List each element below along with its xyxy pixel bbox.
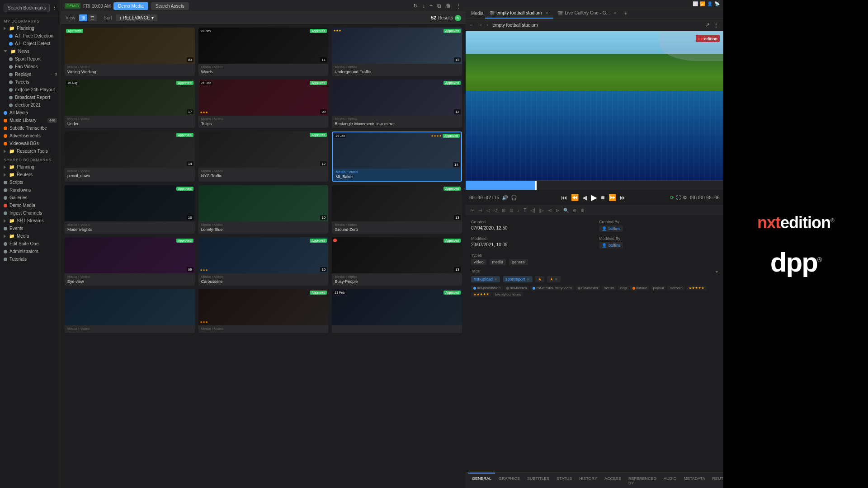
progress-bar[interactable] <box>466 181 723 190</box>
sidebar-item-galleries[interactable]: Galleries <box>0 194 61 202</box>
tool-in-button[interactable]: ◁| <box>529 207 537 214</box>
tool-loop-button[interactable]: ↺ <box>493 207 499 214</box>
sidebar-item-all-media[interactable]: All Media <box>0 109 61 117</box>
close-tab-icon[interactable]: ✕ <box>545 11 549 15</box>
close-tab-icon[interactable]: ✕ <box>613 11 617 15</box>
more-icon-btn[interactable]: ⋮ <box>455 2 462 10</box>
media-card-modem-lights[interactable]: Approved 10 Media › Video Modem-lights <box>65 185 195 234</box>
sidebar-item-news[interactable]: 📁 News <box>0 47 61 55</box>
sidebar-item-replays[interactable]: Replays › 3 <box>0 70 61 78</box>
tool-audio-button[interactable]: ♪ <box>516 207 521 214</box>
delete-icon-btn[interactable]: 🗑 <box>445 2 452 10</box>
tool-prev-button[interactable]: ⊲ <box>547 207 553 214</box>
headphone-icon-btn[interactable]: 🎧 <box>511 195 517 201</box>
tag-star1[interactable]: ★ <box>535 276 544 282</box>
sidebar-item-reuters[interactable]: 📁 Reuters <box>0 171 61 178</box>
nav-forward-button[interactable]: → <box>477 22 483 28</box>
media-card-under[interactable]: 15 Aug Approved 17 Media › Video Under <box>65 80 195 128</box>
sidebar-item-tweets[interactable]: Tweets <box>0 78 61 86</box>
download-icon-btn[interactable]: ↓ <box>421 2 426 10</box>
sidebar-item-videowall[interactable]: Videowall BGs <box>0 140 61 147</box>
sidebar-item-ai-object[interactable]: A.I. Object Detect <box>0 40 61 47</box>
tool-settings-button[interactable]: ⚙ <box>579 207 586 214</box>
fullscreen-icon-btn[interactable]: ⛶ <box>676 195 681 201</box>
sidebar-item-ai-face[interactable]: A.I. Face Detection <box>0 32 61 40</box>
bottom-tab-general[interactable]: GENERAL <box>468 473 495 488</box>
search-assets-tab[interactable]: Search Assets <box>151 2 189 10</box>
tool-subtitle-button[interactable]: T <box>522 207 528 214</box>
media-card-writing-working[interactable]: Approved 03 Media › Video Writing-Workin… <box>65 28 195 76</box>
sidebar-item-planning[interactable]: 📁 Planning <box>0 24 61 32</box>
sidebar-item-rundowns[interactable]: Rundowns <box>0 186 61 194</box>
media-card-eye-view[interactable]: Approved 09 Media › Video Eye-view <box>65 237 195 286</box>
grid-view-button[interactable]: ⊞ <box>79 14 87 21</box>
stop-button[interactable]: ■ <box>600 193 605 202</box>
sidebar-item-planning-shared[interactable]: 📁 Planning <box>0 163 61 171</box>
settings-icon-btn[interactable]: ⚙ <box>683 195 687 201</box>
tool-cut-button[interactable]: ✂ <box>469 207 476 214</box>
skip-to-end-button[interactable]: ⏭ <box>619 193 627 202</box>
video-tab-gallery[interactable]: 🎬 Live Gallery One - G... ✕ <box>553 8 621 19</box>
media-card-ground-zero[interactable]: Approved 13 Media › Video Ground-Zero <box>332 185 462 234</box>
sidebar-item-scripts[interactable]: Scripts <box>0 178 61 186</box>
sidebar-item-ingest-channels[interactable]: Ingest Channels <box>0 209 61 217</box>
bottom-tab-status[interactable]: STATUS <box>553 473 576 488</box>
tool-out-button[interactable]: |▷ <box>538 207 546 214</box>
nav-back-button[interactable]: ← <box>469 22 475 28</box>
play-button[interactable]: ▶ <box>590 192 598 203</box>
tool-trim-button[interactable]: ⊣ <box>477 207 484 214</box>
sort-button[interactable]: ↕ RELEVANCE ▾ <box>116 14 157 21</box>
tool-search-button[interactable]: 🔍 <box>562 207 570 214</box>
add-icon-btn[interactable]: + <box>429 2 434 10</box>
sidebar-item-music-library[interactable]: Music Library 446 <box>0 117 61 124</box>
sidebar-item-media[interactable]: 📁 Media <box>0 232 61 240</box>
next-frame-button[interactable]: ⏩ <box>608 193 617 202</box>
more-nav-icon-btn[interactable]: ⋮ <box>712 21 720 29</box>
media-card-words[interactable]: 28 Nov Approved 11 Media › Video Words <box>198 28 329 76</box>
sidebar-item-research-tools[interactable]: 📁 Research Tools <box>0 147 61 155</box>
sidebar-item-broadcast-report[interactable]: Broadcast Report <box>0 94 61 101</box>
tag-remove-icon[interactable]: ✕ <box>527 277 530 282</box>
sidebar-item-nxtone[interactable]: nxt|one 24h Playout <box>0 86 61 94</box>
sidebar-item-demo-media[interactable]: Demo Media <box>0 202 61 209</box>
tool-next-button[interactable]: ⊳ <box>554 207 561 214</box>
prev-frame-button[interactable]: ⏪ <box>570 193 580 202</box>
sidebar-item-administrators[interactable]: Administrators <box>0 248 61 255</box>
media-card-tulips[interactable]: 26 Dec Approved ★★★ 09 Media › Video Tul… <box>198 80 329 128</box>
media-card-nyc[interactable]: Approved 12 Media › Video NYC-Traffic <box>198 131 329 182</box>
sidebar-item-subtitle-transcribe[interactable]: Subtitle Transcribe <box>0 124 61 132</box>
demo-media-tab[interactable]: Demo Media <box>113 2 148 10</box>
results-refresh-button[interactable]: ↻ <box>455 15 461 21</box>
media-card-underground[interactable]: ★★★ Approved 13 Media › Video Undergroun… <box>332 28 462 76</box>
skip-to-start-button[interactable]: ⏮ <box>560 193 568 202</box>
add-tab-button[interactable]: + <box>622 9 630 19</box>
media-card-extra[interactable]: 13 Feb Approved <box>332 289 462 333</box>
bottom-tab-graphics[interactable]: GRAPHICS <box>495 473 524 488</box>
media-card-pencil[interactable]: Approved 14 Media › Video pencil_down <box>65 131 195 182</box>
tool-zoom-in-button[interactable]: ⊕ <box>571 207 578 214</box>
media-card-arch[interactable]: Approved ★★★ Media › Video <box>198 289 329 333</box>
media-card-canal[interactable]: Media › Video <box>65 289 195 333</box>
copy-icon-btn[interactable]: ⧉ <box>436 2 442 10</box>
tool-mark-button[interactable]: ◁ <box>485 207 491 214</box>
media-card-mt-baker[interactable]: 29 Jan ★★★★Approved 14 Media › Video Mt_… <box>332 131 462 182</box>
tag-remove-icon[interactable]: ✕ <box>494 277 497 282</box>
tag-star2[interactable]: ★✕ <box>547 276 561 282</box>
export-icon-btn[interactable]: ↗ <box>704 21 711 29</box>
tags-expand-button[interactable]: ▾ <box>716 269 718 274</box>
bottom-tab-metadata[interactable]: METADATA <box>680 473 708 488</box>
media-card-busy-people[interactable]: Approved 13 Media › Video Busy-People <box>332 237 462 286</box>
sidebar-item-fan-videos[interactable]: Fan Videos <box>0 63 61 70</box>
tool-tag-button[interactable]: ⊞ <box>500 207 507 214</box>
loop-icon-btn[interactable]: ⟳ <box>670 195 674 201</box>
sidebar-item-events[interactable]: Events <box>0 225 61 232</box>
tag-nxt-upload[interactable]: nxt-upload✕ <box>471 276 500 282</box>
bottom-tab-subtitles[interactable]: SUBTITLES <box>524 473 553 488</box>
media-card-carousselle[interactable]: Approved ★★★ 16 Media › Video Caroussell… <box>198 237 329 286</box>
tag-remove-icon[interactable]: ✕ <box>555 277 558 282</box>
video-tab-stadium[interactable]: 🎬 empty football stadium ✕ <box>485 8 553 19</box>
sidebar-item-election[interactable]: election2021 <box>0 101 61 109</box>
sidebar-item-edit-suite[interactable]: Edit Suite One <box>0 240 61 248</box>
media-card-rectangle[interactable]: Approved 12 Media › Video Rectangle-Move… <box>332 80 462 128</box>
bottom-tab-audio[interactable]: AUDIO <box>660 473 680 488</box>
